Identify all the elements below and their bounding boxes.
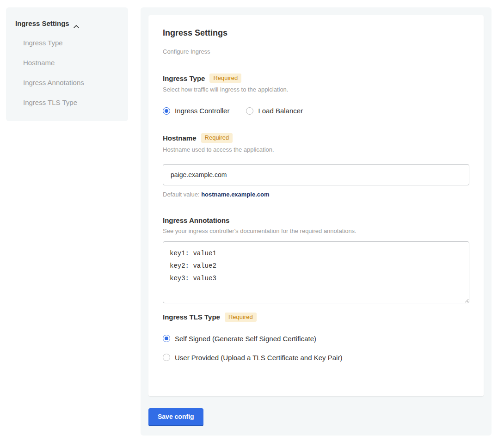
ingress-type-heading: Ingress Type Required xyxy=(163,74,469,83)
hostname-default-value: hostname.example.com xyxy=(201,191,269,198)
default-value-label: Default value: xyxy=(163,191,200,198)
hostname-default-line: Default value: hostname.example.com xyxy=(163,191,469,198)
config-group-description: Configure Ingress xyxy=(163,48,469,55)
radio-icon[interactable] xyxy=(163,107,170,115)
radio-icon[interactable] xyxy=(246,107,253,115)
radio-icon[interactable] xyxy=(163,354,170,361)
radio-label: Ingress Controller xyxy=(175,107,229,115)
required-badge: Required xyxy=(201,133,233,142)
sidebar-item-ingress-annotations[interactable]: Ingress Annotations xyxy=(23,79,119,86)
config-main: Ingress Settings Configure Ingress Ingre… xyxy=(141,7,492,436)
sidebar-items: Ingress Type Hostname Ingress Annotation… xyxy=(15,39,119,106)
ingress-tls-type-heading: Ingress TLS Type Required xyxy=(163,313,469,322)
sidebar-item-ingress-type[interactable]: Ingress Type xyxy=(23,39,119,47)
config-group-title: Ingress Settings xyxy=(163,28,469,38)
section-ingress-tls-type: Ingress TLS Type Required Self Signed (G… xyxy=(163,313,469,362)
hostname-help: Hostname used to access the application. xyxy=(163,146,469,153)
sidebar-group-label: Ingress Settings xyxy=(15,19,69,27)
hostname-label: Hostname xyxy=(163,134,197,142)
config-card: Ingress Settings Configure Ingress Ingre… xyxy=(148,15,484,396)
section-hostname: Hostname Required Hostname used to acces… xyxy=(163,133,469,197)
radio-label: Load Balancer xyxy=(258,107,303,115)
ingress-annotations-help: See your ingress controller's documentat… xyxy=(163,227,469,234)
radio-option-load-balancer[interactable]: Load Balancer xyxy=(246,107,303,115)
section-ingress-annotations: Ingress Annotations See your ingress con… xyxy=(163,216,469,303)
hostname-heading: Hostname Required xyxy=(163,133,469,142)
config-sidebar: Ingress Settings Ingress Type Hostname I… xyxy=(6,7,128,121)
radio-label: Self Signed (Generate Self Signed Certif… xyxy=(175,335,316,343)
page: Ingress Settings Ingress Type Hostname I… xyxy=(0,0,504,436)
sidebar-item-ingress-tls-type[interactable]: Ingress TLS Type xyxy=(23,98,119,106)
ingress-annotations-heading: Ingress Annotations xyxy=(163,216,469,224)
sidebar-group-ingress-settings[interactable]: Ingress Settings xyxy=(15,19,119,27)
save-config-button[interactable]: Save config xyxy=(148,408,203,426)
section-ingress-type: Ingress Type Required Select how traffic… xyxy=(163,74,469,115)
radio-option-user-provided[interactable]: User Provided (Upload a TLS Certificate … xyxy=(163,354,469,362)
hostname-input[interactable] xyxy=(163,164,469,185)
required-badge: Required xyxy=(225,313,257,322)
ingress-annotations-label: Ingress Annotations xyxy=(163,216,229,224)
ingress-tls-type-label: Ingress TLS Type xyxy=(163,313,220,321)
ingress-tls-type-options: Self Signed (Generate Self Signed Certif… xyxy=(163,335,469,362)
chevron-up-icon xyxy=(74,22,79,25)
radio-option-ingress-controller[interactable]: Ingress Controller xyxy=(163,107,229,115)
ingress-type-help: Select how traffic will ingress to the a… xyxy=(163,86,469,93)
radio-option-self-signed[interactable]: Self Signed (Generate Self Signed Certif… xyxy=(163,335,469,343)
ingress-annotations-textarea[interactable]: key1: value1 key2: value2 key3: value3 xyxy=(163,241,469,303)
ingress-type-label: Ingress Type xyxy=(163,74,205,82)
sidebar-item-hostname[interactable]: Hostname xyxy=(23,59,119,67)
required-badge: Required xyxy=(209,74,241,83)
radio-icon[interactable] xyxy=(163,335,170,342)
radio-label: User Provided (Upload a TLS Certificate … xyxy=(175,354,342,362)
ingress-type-options: Ingress Controller Load Balancer xyxy=(163,107,469,115)
